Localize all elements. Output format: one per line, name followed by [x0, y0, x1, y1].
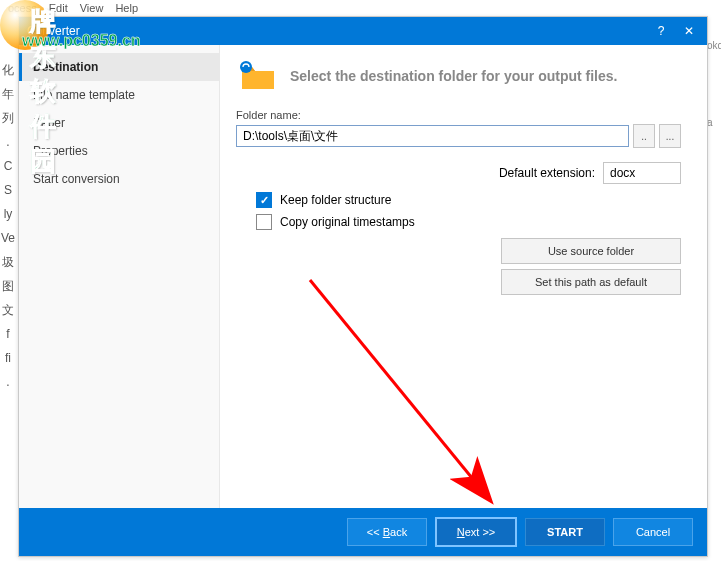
- content-header: Select the destination folder for your o…: [236, 55, 691, 105]
- keep-structure-row: Keep folder structure: [256, 192, 691, 208]
- copy-timestamps-row: Copy original timestamps: [256, 214, 691, 230]
- wizard-sidebar: Destination File name template Paper Pro…: [19, 45, 220, 508]
- folder-icon: [240, 61, 276, 91]
- back-button[interactable]: << Back: [347, 518, 427, 546]
- keep-structure-label: Keep folder structure: [280, 193, 391, 207]
- close-button[interactable]: ✕: [675, 17, 703, 45]
- set-default-path-button[interactable]: Set this path as default: [501, 269, 681, 295]
- content-title: Select the destination folder for your o…: [290, 68, 617, 84]
- copy-timestamps-checkbox[interactable]: [256, 214, 272, 230]
- sidebar-item-properties[interactable]: Properties: [19, 137, 219, 165]
- sidebar-item-destination[interactable]: Destination: [19, 53, 219, 81]
- path-browse-button[interactable]: ...: [659, 124, 681, 148]
- sidebar-item-filename-template[interactable]: File name template: [19, 81, 219, 109]
- folder-label: Folder name:: [236, 109, 681, 121]
- copy-timestamps-label: Copy original timestamps: [280, 215, 415, 229]
- path-actions: Use source folder Set this path as defau…: [501, 238, 681, 295]
- folder-row: Folder name: .. ...: [236, 109, 681, 148]
- next-button[interactable]: Next >>: [435, 517, 517, 547]
- keep-structure-checkbox[interactable]: [256, 192, 272, 208]
- sidebar-item-start-conversion[interactable]: Start conversion: [19, 165, 219, 193]
- checkbox-group: Keep folder structure Copy original time…: [256, 192, 691, 230]
- start-button[interactable]: START: [525, 518, 605, 546]
- background-strip-right: okca: [707, 40, 721, 540]
- use-source-folder-button[interactable]: Use source folder: [501, 238, 681, 264]
- folder-path-input[interactable]: [236, 125, 629, 147]
- window-title: Converter: [27, 24, 647, 38]
- wizard-footer: << Back Next >> START Cancel: [19, 508, 707, 556]
- help-button[interactable]: ?: [647, 17, 675, 45]
- extension-row: Default extension:: [236, 162, 681, 184]
- extension-input[interactable]: [603, 162, 681, 184]
- dialog-window: Converter ? ✕ Destination File name temp…: [18, 16, 708, 557]
- dialog-body: Destination File name template Paper Pro…: [19, 45, 707, 508]
- extension-label: Default extension:: [499, 166, 595, 180]
- content-pane: Select the destination folder for your o…: [220, 45, 707, 508]
- svg-point-0: [240, 61, 252, 73]
- path-up-button[interactable]: ..: [633, 124, 655, 148]
- background-strip-left: 化年列.CSlyVe圾图文ffi.: [0, 58, 16, 558]
- titlebar: Converter ? ✕: [19, 17, 707, 45]
- cancel-button[interactable]: Cancel: [613, 518, 693, 546]
- sidebar-item-paper[interactable]: Paper: [19, 109, 219, 137]
